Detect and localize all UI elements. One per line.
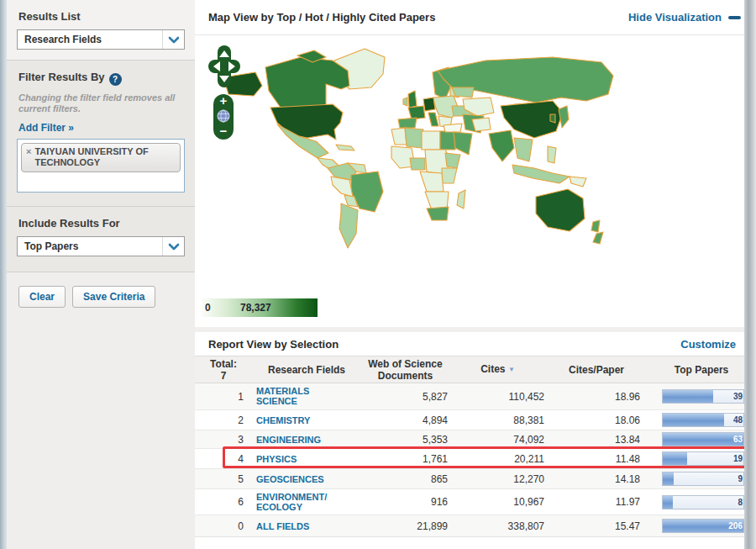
field-link[interactable]: ALL FIELDS — [252, 521, 331, 531]
hide-visualization-link[interactable]: Hide Visualization — [628, 11, 741, 24]
legend-max-label: 78,327 — [240, 302, 271, 314]
field-link[interactable]: CHEMISTRY — [252, 415, 331, 425]
cites-cell: 20,211 — [449, 449, 546, 469]
rank-cell: 0 — [195, 515, 252, 537]
top-papers-value: 9 — [738, 474, 743, 483]
field-link[interactable]: ENGINEERING — [252, 435, 331, 445]
top-papers-bar: 63 — [662, 432, 744, 446]
docs-cell: 4,894 — [361, 410, 449, 430]
help-icon[interactable]: ? — [109, 73, 122, 86]
cites-cell: 88,381 — [449, 410, 546, 430]
map-region-oceania — [536, 189, 603, 244]
include-results-section: Include Results For Top Papers — [7, 207, 195, 272]
docs-cell: 865 — [361, 469, 449, 489]
zoom-in-button[interactable]: + — [220, 95, 228, 107]
map-legend: 0 78,327 — [202, 298, 318, 317]
add-filter-link[interactable]: Add Filter » — [18, 122, 74, 134]
chevron-down-icon[interactable] — [162, 30, 184, 49]
col-header-research-fields[interactable]: Research Fields — [252, 356, 361, 383]
include-results-value: Top Papers — [18, 240, 162, 252]
results-list-heading: Results List — [18, 10, 185, 23]
table-row: 3 ENGINEERING 5,353 74,092 13.84 63 — [195, 430, 756, 449]
cites-cell: 338,807 — [449, 515, 546, 537]
main-content: Map View by Top / Hot / Highly Cited Pap… — [195, 0, 756, 549]
rank-cell: 5 — [195, 469, 252, 489]
rank-cell: 2 — [195, 410, 252, 430]
field-link[interactable]: ENVIRONMENT/ECOLOGY — [252, 492, 331, 512]
col-header-cites[interactable]: Cites ▼ — [449, 356, 546, 383]
cites-per-paper-cell: 11.48 — [546, 449, 647, 469]
table-row: 2 CHEMISTRY 4,894 88,381 18.06 48 — [195, 410, 756, 430]
top-papers-value: 48 — [733, 415, 743, 425]
top-papers-bar: 48 — [662, 413, 744, 427]
cites-cell: 110,452 — [449, 383, 546, 410]
cites-per-paper-cell: 18.06 — [546, 410, 647, 430]
left-edge-strip — [0, 0, 7, 549]
top-papers-bar: 8 — [662, 495, 744, 509]
top-papers-bar: 9 — [662, 472, 744, 486]
field-link[interactable]: MATERIALS SCIENCE — [252, 386, 331, 406]
map-view-header: Map View by Top / Hot / Highly Cited Pap… — [195, 0, 756, 35]
report-view-header: Report View by Selection Customize — [195, 332, 756, 356]
globe-icon[interactable] — [217, 109, 230, 123]
results-list-section: Results List Research Fields — [7, 0, 195, 61]
top-papers-bar: 206 — [662, 519, 744, 533]
save-criteria-button[interactable]: Save Criteria — [72, 286, 155, 308]
col-header-total: Total: 7 — [195, 356, 252, 383]
rank-cell: 4 — [195, 449, 252, 469]
rank-cell: 1 — [195, 383, 252, 410]
filter-tag-label: TAIYUAN UNIVERSITY OF TECHNOLOGY — [34, 146, 175, 168]
results-list-select[interactable]: Research Fields — [17, 29, 185, 50]
top-papers-value: 63 — [733, 435, 743, 444]
chevron-down-icon[interactable] — [162, 237, 184, 256]
cites-per-paper-cell: 14.18 — [546, 469, 647, 489]
zoom-out-button[interactable]: − — [220, 125, 228, 137]
include-results-heading: Include Results For — [18, 217, 185, 230]
cites-per-paper-cell: 18.96 — [546, 383, 647, 410]
remove-tag-icon[interactable]: × — [26, 146, 31, 168]
top-papers-bar: 39 — [662, 389, 744, 404]
filter-box[interactable]: × TAIYUAN UNIVERSITY OF TECHNOLOGY — [17, 139, 185, 193]
top-papers-value: 8 — [738, 498, 743, 507]
table-row: 0 ALL FIELDS 21,899 338,807 15.47 206 — [195, 515, 756, 537]
table-row: 6 ENVIRONMENT/ECOLOGY 916 10,967 11.97 8 — [195, 489, 756, 515]
cites-per-paper-cell: 15.47 — [546, 515, 647, 537]
table-row: 1 MATERIALS SCIENCE 5,827 110,452 18.96 … — [195, 383, 756, 410]
map-region-north-america — [223, 49, 385, 170]
clear-button[interactable]: Clear — [18, 286, 66, 308]
filter-tag[interactable]: × TAIYUAN UNIVERSITY OF TECHNOLOGY — [21, 143, 181, 172]
report-table: Total: 7 Research Fields Web of Science … — [195, 356, 756, 537]
report-view-title: Report View by Selection — [195, 338, 339, 351]
top-papers-value: 39 — [733, 392, 743, 401]
map-view-title: Map View by Top / Hot / Highly Cited Pap… — [195, 11, 435, 24]
docs-cell: 5,353 — [361, 430, 449, 449]
field-link[interactable]: GEOSCIENCES — [252, 474, 331, 484]
page: Results List Research Fields Filter Resu… — [0, 0, 756, 549]
right-edge-strip[interactable] — [744, 0, 756, 549]
minus-icon — [728, 16, 741, 19]
filter-note: Changing the filter field removes all cu… — [18, 92, 183, 114]
map-zoom-control[interactable]: + − — [213, 94, 234, 140]
report-view-panel: Report View by Selection Customize Total… — [195, 332, 756, 544]
customize-link[interactable]: Customize — [680, 338, 736, 351]
docs-cell: 21,899 — [361, 515, 449, 537]
docs-cell: 1,761 — [361, 449, 449, 469]
field-link[interactable]: PHYSICS — [252, 454, 331, 464]
cites-cell: 12,270 — [449, 469, 546, 489]
col-header-top-papers[interactable]: Top Papers — [647, 356, 756, 383]
top-papers-bar: 19 — [662, 451, 744, 466]
map-region-asia — [438, 57, 613, 187]
world-map-svg[interactable] — [200, 35, 746, 293]
map-pan-control[interactable] — [208, 45, 240, 87]
col-header-wos-documents[interactable]: Web of Science Documents — [361, 356, 449, 383]
table-header-row: Total: 7 Research Fields Web of Science … — [195, 356, 756, 383]
col-header-cites-per-paper[interactable]: Cites/Paper — [546, 356, 647, 383]
include-results-select[interactable]: Top Papers — [17, 236, 185, 256]
filter-section: Filter Results By? Changing the filter f… — [7, 61, 195, 207]
cites-per-paper-cell: 11.97 — [546, 489, 647, 515]
table-row: 5 GEOSCIENCES 865 12,270 14.18 9 — [195, 469, 756, 489]
table-row-highlighted: 4 PHYSICS 1,761 20,211 11.48 19 — [195, 449, 756, 469]
results-list-value: Research Fields — [18, 34, 162, 45]
docs-cell: 916 — [361, 489, 449, 515]
rank-cell: 3 — [195, 430, 252, 449]
